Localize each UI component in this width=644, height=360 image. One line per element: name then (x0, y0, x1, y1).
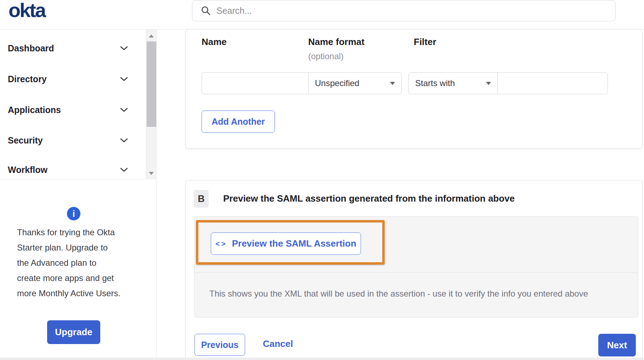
bottom-strip (0, 358, 644, 360)
preview-saml-assertion-button[interactable]: <> Preview the SAML Assertion (211, 232, 361, 255)
teaser-line: create more apps and get (17, 270, 120, 286)
scrollbar-thumb[interactable] (147, 41, 157, 127)
sidebar-item-security[interactable]: Security (0, 132, 146, 148)
teaser-line: more Monthly Active Users. (17, 286, 120, 301)
scrollbar-up-icon[interactable] (149, 34, 154, 38)
add-another-button[interactable]: Add Another (202, 111, 275, 133)
okta-logo[interactable]: okta (9, 0, 45, 22)
caret-down-icon (486, 82, 491, 85)
sidebar-item-workflow[interactable]: Workflow (0, 162, 146, 178)
chevron-down-icon (120, 46, 128, 51)
filter-column-label: Filter (414, 36, 436, 47)
sidebar-item-label: Dashboard (8, 43, 54, 54)
sidebar-item-label: Directory (8, 74, 47, 84)
filter-operator-value: Starts with (415, 78, 455, 88)
sidebar-item-applications[interactable]: Applications (0, 102, 146, 118)
name-field-wrap (202, 72, 309, 94)
sidebar-divider (156, 29, 157, 360)
teaser-line: Starter plan. Upgrade to (17, 240, 120, 255)
optional-label: (optional) (308, 51, 344, 61)
search-icon (201, 6, 211, 16)
previous-button[interactable]: Previous (194, 334, 245, 356)
name-format-select[interactable]: Unspecified (308, 72, 402, 94)
filter-field-wrap (497, 72, 608, 94)
scrollbar-down-icon[interactable] (149, 172, 154, 175)
sidebar-item-dashboard[interactable]: Dashboard (0, 40, 146, 56)
sidebar-scrollbar[interactable] (146, 29, 156, 179)
attribute-statements-card: Name Name format (optional) Filter Unspe… (185, 29, 643, 149)
global-search[interactable]: Search... (192, 0, 616, 21)
filter-value-input[interactable] (504, 73, 601, 94)
sidebar-item-label: Security (8, 135, 43, 146)
cancel-link[interactable]: Cancel (263, 338, 293, 349)
format-column-label: Name format (308, 36, 365, 47)
chevron-down-icon (120, 167, 128, 172)
step-b-badge: B (194, 190, 209, 208)
chevron-down-icon (120, 77, 128, 81)
chevron-down-icon (120, 107, 128, 112)
saml-preview-card: B Preview the SAML assertion generated f… (185, 180, 643, 360)
sidebar-item-label: Applications (8, 105, 61, 115)
preview-button-label: Preview the SAML Assertion (232, 238, 356, 249)
teaser-line: the Advanced plan to (17, 255, 120, 270)
sidebar-nav: Dashboard Directory Applications Securit… (0, 29, 156, 179)
name-input[interactable] (208, 73, 302, 94)
teaser-line: Thanks for trying the Okta (17, 225, 120, 240)
upgrade-button[interactable]: Upgrade (47, 320, 100, 344)
code-icon: <> (215, 240, 227, 248)
next-button[interactable]: Next (598, 334, 636, 356)
sidebar-item-label: Workflow (8, 165, 47, 175)
search-input[interactable]: Search... (216, 6, 252, 16)
preview-help-text: This shows you the XML that will be used… (209, 289, 588, 299)
name-column-label: Name (202, 36, 227, 47)
plan-teaser-text: Thanks for trying the Okta Starter plan.… (17, 225, 120, 301)
sidebar-item-directory[interactable]: Directory (0, 71, 146, 87)
preview-panel: <> Preview the SAML Assertion This shows… (194, 216, 638, 317)
chevron-down-icon (120, 138, 128, 143)
info-icon: i (67, 207, 80, 220)
name-format-value: Unspecified (315, 78, 359, 88)
preview-section-title: Preview the SAML assertion generated fro… (223, 193, 515, 204)
preview-panel-top: <> Preview the SAML Assertion (194, 216, 638, 273)
caret-down-icon (390, 82, 395, 85)
filter-operator-select[interactable]: Starts with (408, 72, 498, 94)
